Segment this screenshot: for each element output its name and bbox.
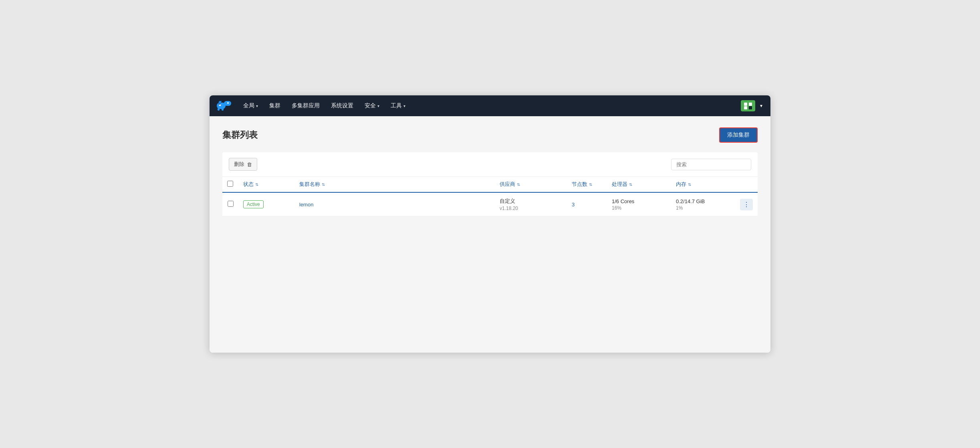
table-container: 删除 🗑 状态 ⇅ <box>222 152 758 216</box>
sort-icon: ⇅ <box>322 182 325 187</box>
sort-provider[interactable]: 供应商 ⇅ <box>500 181 562 188</box>
cpu-value: 1/6 Cores <box>612 198 666 204</box>
user-avatar[interactable] <box>741 100 755 111</box>
row-cpu-cell: 1/6 Cores 16% <box>607 192 671 216</box>
main-window: 全局 ▾ 集群 多集群应用 系统设置 安全 ▾ 工具 ▾ <box>210 95 770 353</box>
sort-icon: ⇅ <box>589 182 592 187</box>
row-name-cell: lemon <box>294 192 495 216</box>
col-header-memory: 内存 ⇅ <box>671 177 735 193</box>
provider-version: v1.18.20 <box>500 206 562 211</box>
row-nodes-cell: 3 <box>567 192 607 216</box>
col-header-provider: 供应商 ⇅ <box>495 177 567 193</box>
row-actions-cell: ⋮ <box>735 192 758 216</box>
select-all-checkbox[interactable] <box>227 181 233 187</box>
col-header-cpu: 处理器 ⇅ <box>607 177 671 193</box>
status-badge: Active <box>243 200 264 208</box>
svg-rect-9 <box>749 103 752 106</box>
cpu-percent: 16% <box>612 205 666 211</box>
memory-value: 0.2/14.7 GiB <box>676 198 730 204</box>
sort-icon: ⇅ <box>255 182 258 187</box>
select-all-header <box>222 177 238 193</box>
navbar: 全局 ▾ 集群 多集群应用 系统设置 安全 ▾ 工具 ▾ <box>210 95 770 116</box>
row-checkbox-cell <box>222 192 238 216</box>
nav-item-settings[interactable]: 系统设置 <box>326 99 358 113</box>
svg-point-3 <box>227 102 229 104</box>
user-menu-chevron[interactable]: ▾ <box>758 101 764 110</box>
search-input[interactable] <box>671 159 751 170</box>
sort-status[interactable]: 状态 ⇅ <box>243 181 290 188</box>
col-header-nodes: 节点数 ⇅ <box>567 177 607 193</box>
sort-name[interactable]: 集群名称 ⇅ <box>299 181 490 188</box>
table-toolbar: 删除 🗑 <box>222 152 758 176</box>
svg-rect-8 <box>744 103 747 106</box>
main-content: 集群列表 添加集群 删除 🗑 <box>210 116 770 353</box>
col-header-actions <box>735 177 758 193</box>
trash-icon: 🗑 <box>247 161 252 167</box>
cluster-name-link[interactable]: lemon <box>299 202 313 208</box>
col-header-status: 状态 ⇅ <box>238 177 294 193</box>
nav-menu: 全局 ▾ 集群 多集群应用 系统设置 安全 ▾ 工具 ▾ <box>238 99 741 113</box>
col-header-name: 集群名称 ⇅ <box>294 177 495 193</box>
svg-rect-4 <box>218 108 220 111</box>
sort-memory[interactable]: 内存 ⇅ <box>676 181 730 188</box>
row-memory-cell: 0.2/14.7 GiB 1% <box>671 192 735 216</box>
nodes-count: 3 <box>572 202 575 208</box>
row-select-checkbox[interactable] <box>228 201 234 207</box>
row-actions-button[interactable]: ⋮ <box>740 199 753 210</box>
add-cluster-button[interactable]: 添加集群 <box>719 127 758 143</box>
row-status-cell: Active <box>238 192 294 216</box>
nav-item-multicluster[interactable]: 多集群应用 <box>287 99 325 113</box>
row-provider-cell: 自定义 v1.18.20 <box>495 192 567 216</box>
page-header: 集群列表 添加集群 <box>222 127 758 143</box>
logo <box>216 99 234 112</box>
chevron-down-icon: ▾ <box>403 104 405 108</box>
sort-icon: ⇅ <box>629 182 632 187</box>
chevron-down-icon: ▾ <box>377 104 379 108</box>
nav-right: ▾ <box>741 100 764 111</box>
chevron-down-icon: ▾ <box>256 104 258 108</box>
nav-item-cluster[interactable]: 集群 <box>264 99 285 113</box>
sort-icon: ⇅ <box>517 182 520 187</box>
memory-percent: 1% <box>676 205 730 211</box>
svg-rect-11 <box>749 106 752 109</box>
page-title: 集群列表 <box>222 129 258 141</box>
sort-cpu[interactable]: 处理器 ⇅ <box>612 181 666 188</box>
delete-label: 删除 <box>234 161 244 168</box>
svg-rect-10 <box>744 106 747 109</box>
nav-item-security[interactable]: 安全 ▾ <box>360 99 384 113</box>
svg-rect-5 <box>222 108 224 111</box>
table-row: Active lemon 自定义 v1.18.20 3 <box>222 192 758 216</box>
delete-button[interactable]: 删除 🗑 <box>229 158 257 171</box>
sort-nodes[interactable]: 节点数 ⇅ <box>572 181 602 188</box>
clusters-table: 状态 ⇅ 集群名称 ⇅ 供应商 <box>222 176 758 216</box>
nav-item-tools[interactable]: 工具 ▾ <box>386 99 410 113</box>
provider-name: 自定义 <box>500 198 562 205</box>
sort-icon: ⇅ <box>688 182 691 187</box>
nav-item-global[interactable]: 全局 ▾ <box>238 99 263 113</box>
